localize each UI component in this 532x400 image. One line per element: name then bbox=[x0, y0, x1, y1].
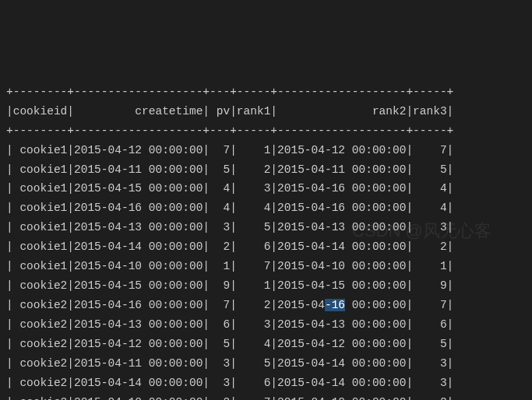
query-output: +--------+-------------------+---+-----+… bbox=[6, 82, 526, 400]
